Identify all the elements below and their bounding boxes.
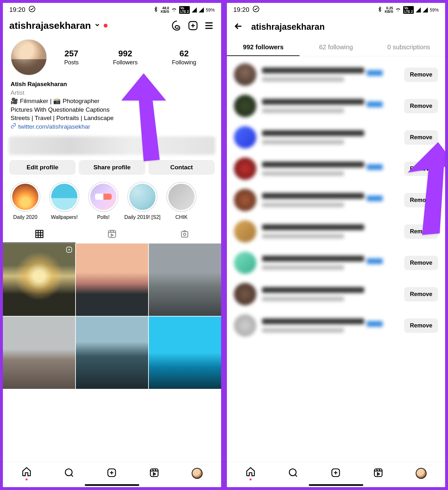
remove-button[interactable]: Remove [404,162,438,176]
follower-info-blurred [262,193,398,207]
profile-avatar[interactable] [11,39,47,76]
follower-avatar [234,314,256,337]
bluetooth-icon [153,6,159,13]
link-icon [11,123,16,131]
nav-home[interactable] [245,466,256,480]
remove-button[interactable]: Remove [404,130,438,145]
phone-followers: 19:20 0.25 KB/S VoLTE 2 59% atis [226,2,446,488]
blurred-content [9,136,215,155]
post-thumb[interactable] [76,244,148,316]
highlight-thumb [129,184,156,210]
tab-reels[interactable] [76,225,148,243]
follower-info-blurred [262,99,398,113]
post-grid [3,244,221,389]
follower-row[interactable]: Remove [227,310,445,341]
highlight-label: Daily 2019! [S2] [124,214,161,220]
follower-row[interactable]: Remove [227,184,445,216]
follower-row[interactable]: Remove [227,153,445,184]
remove-button[interactable]: Remove [404,318,438,333]
follower-row[interactable]: Remove [227,122,445,153]
svg-rect-9 [150,469,158,477]
follower-row[interactable]: Remove [227,278,445,310]
nav-search[interactable] [288,468,298,479]
edit-profile-button[interactable]: Edit profile [9,160,76,175]
tab-tagged[interactable] [148,225,221,243]
follower-row[interactable]: Remove [227,216,445,247]
username-switcher[interactable]: atishrajasekharan [9,20,167,31]
follower-info-blurred [262,130,398,144]
stat-posts[interactable]: 257 Posts [64,49,79,66]
bluetooth-icon [377,6,383,13]
tab-followers[interactable]: 992 followers [227,38,300,56]
post-thumb[interactable] [149,244,221,316]
contact-button[interactable]: Contact [148,160,215,175]
nav-profile[interactable] [192,468,203,479]
highlight-thumb [12,184,38,210]
threads-button[interactable] [171,20,183,31]
highlight-thumb [51,184,77,210]
bio-line-2: Pictures With Questionable Captions [11,106,213,114]
follower-info-blurred [262,68,398,82]
highlight-item[interactable]: Polls! [87,182,119,220]
follower-row[interactable]: Remove [227,59,445,90]
remove-button[interactable]: Remove [404,287,438,301]
nav-create[interactable] [107,468,117,479]
follower-row[interactable]: Remove [227,90,445,122]
stat-following[interactable]: 62 Following [172,49,196,66]
share-profile-button[interactable]: Share profile [79,160,145,175]
remove-button[interactable]: Remove [404,193,438,207]
highlight-item[interactable]: Daily 2019! [S2] [126,182,158,220]
follower-list: Remove Remove Remove Remove Remove Remov… [227,56,445,462]
nav-home[interactable] [21,466,32,480]
svg-point-5 [184,233,186,236]
follower-avatar [234,157,256,180]
svg-rect-13 [374,469,382,477]
action-row: Edit profile Share profile Contact [3,156,221,179]
profile-bio: Atish Rajasekharan Artist 🎥 Filmmaker | … [3,77,221,134]
stat-followers[interactable]: 992 Followers [113,49,138,66]
back-button[interactable] [233,21,244,33]
create-button[interactable] [187,20,199,31]
post-thumb[interactable] [3,317,75,389]
tab-posts-grid[interactable] [3,225,76,243]
check-circle-icon [28,5,36,14]
tab-subscriptions[interactable]: 0 subscriptions [372,38,445,56]
bio-link[interactable]: twitter.com/atishrajasekhar [11,123,90,131]
remove-button[interactable]: Remove [404,68,438,82]
lte-badge: VoLTE 2 [403,6,413,14]
svg-rect-4 [181,231,188,237]
highlight-item[interactable]: Wallpapers! [48,182,80,220]
remove-button[interactable]: Remove [404,224,438,239]
signal-icon [192,7,197,12]
nav-create[interactable] [331,468,341,479]
signal-icon [416,7,421,12]
nav-reels[interactable] [373,468,383,479]
follower-row[interactable]: Remove [227,247,445,278]
remove-button[interactable]: Remove [404,256,438,270]
followers-header: atishrajasekharan [227,15,445,38]
followers-tabs: 992 followers 62 following 0 subscriptio… [227,38,445,56]
nav-search[interactable] [64,468,74,479]
highlight-thumb [168,184,195,210]
reels-icon [66,246,73,254]
post-thumb[interactable] [149,317,221,389]
highlight-item[interactable]: CHIK [165,182,197,220]
nav-profile[interactable] [416,468,427,479]
remove-button[interactable]: Remove [404,99,438,113]
nav-reels[interactable] [149,468,159,479]
post-thumb[interactable] [3,244,75,316]
tab-following[interactable]: 62 following [300,38,372,56]
highlight-item[interactable]: Daily 2020 [9,182,41,220]
menu-button[interactable] [203,20,215,31]
post-thumb[interactable] [76,317,148,389]
bottom-nav [227,462,445,482]
highlight-label: Daily 2020 [13,214,37,220]
check-circle-icon [252,5,260,14]
follower-info-blurred [262,224,398,238]
signal-icon-2 [423,7,428,12]
avatar-icon [192,468,203,479]
follower-info-blurred [262,256,398,270]
notification-dot-icon [26,478,28,480]
status-battery: 59% [206,7,215,12]
signal-icon-2 [199,7,204,12]
